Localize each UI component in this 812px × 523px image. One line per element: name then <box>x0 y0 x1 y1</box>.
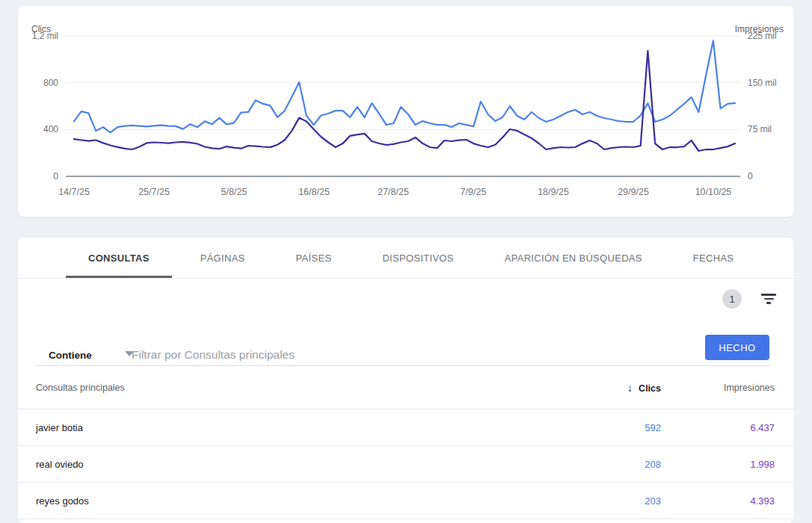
table-row[interactable]: reyes godos 203 4.393 <box>18 483 794 519</box>
line-chart-canvas[interactable] <box>18 6 794 217</box>
clics-cell: 208 <box>645 459 661 470</box>
search-console-performance-page: { "chart_card": { "left_axis_title": "Cl… <box>0 0 812 523</box>
filter-count-badge: 1 <box>722 289 742 309</box>
tab-paises[interactable]: PAÍSES <box>274 238 354 278</box>
x-axis-tick: 27/8/25 <box>378 187 409 197</box>
table-body: javier botia 592 6.437 real oviedo 208 1… <box>18 409 794 519</box>
x-axis-tick: 16/8/25 <box>298 187 330 197</box>
x-axis-tick: 10/10/25 <box>695 187 732 197</box>
x-axis-tick: 25/7/25 <box>138 187 170 197</box>
sort-desc-icon: ↓ <box>627 382 633 394</box>
performance-chart-card: Clics Impresiones 1,2 mil 800 400 0 225 … <box>18 6 794 217</box>
x-axis-tick: 29/9/25 <box>618 187 649 197</box>
column-header-impresiones[interactable]: Impresiones <box>724 383 775 393</box>
impresiones-cell: 6.437 <box>750 422 775 433</box>
table-header: Consultas principales ↓Clics Impresiones <box>18 366 794 409</box>
tab-aparicion-en-busquedas[interactable]: APARICIÓN EN BÚSQUEDAS <box>482 238 665 278</box>
x-axis-tick: 5/8/25 <box>221 187 247 197</box>
filter-list-icon[interactable] <box>761 294 776 304</box>
impresiones-cell: 4.393 <box>750 495 775 507</box>
x-axis-tick: 18/9/25 <box>538 187 569 197</box>
column-header-query: Consultas principales <box>36 383 125 393</box>
impressions-line <box>74 51 735 151</box>
tab-consultas[interactable]: CONSULTAS <box>66 238 172 278</box>
query-cell: javier botia <box>36 422 83 433</box>
table-row[interactable]: real oviedo 208 1.998 <box>18 446 794 483</box>
query-cell: reyes godos <box>36 495 89 507</box>
clics-cell: 592 <box>645 422 661 433</box>
query-filter-input[interactable] <box>132 341 685 368</box>
filter-operator-dropdown[interactable]: Contiene <box>49 350 92 361</box>
tab-dispositivos[interactable]: DISPOSITIVOS <box>360 238 476 278</box>
clicks-line <box>74 40 735 132</box>
dimensions-table-card: CONSULTAS PÁGINAS PAÍSES DISPOSITIVOS AP… <box>18 238 794 523</box>
tab-fechas[interactable]: FECHAS <box>671 238 757 278</box>
clics-cell: 203 <box>645 495 661 507</box>
table-row[interactable]: javier botia 592 6.437 <box>18 409 794 446</box>
impresiones-cell: 1.998 <box>750 459 775 470</box>
done-button[interactable]: HECHO <box>705 335 769 360</box>
tab-paginas[interactable]: PÁGINAS <box>178 238 268 278</box>
column-header-clics[interactable]: ↓Clics <box>627 382 661 394</box>
dimension-tabs: CONSULTAS PÁGINAS PAÍSES DISPOSITIVOS AP… <box>18 238 794 279</box>
x-axis-tick: 14/7/25 <box>58 187 90 197</box>
query-cell: real oviedo <box>36 459 84 470</box>
x-axis-tick: 7/9/25 <box>461 187 487 197</box>
